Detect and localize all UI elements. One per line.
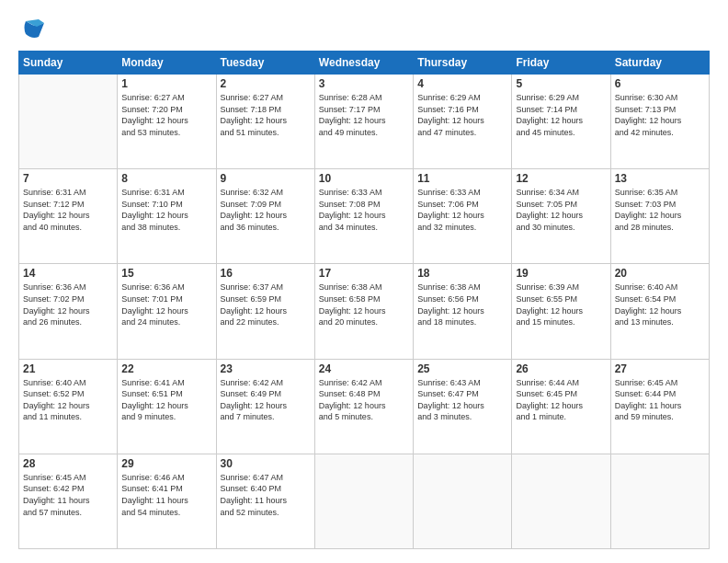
day-number: 20 bbox=[615, 267, 705, 280]
calendar-day-cell: 5Sunrise: 6:29 AM Sunset: 7:14 PM Daylig… bbox=[512, 75, 610, 169]
day-number: 13 bbox=[615, 172, 705, 185]
logo-icon bbox=[18, 14, 46, 41]
calendar-day-cell bbox=[610, 454, 709, 548]
day-info: Sunrise: 6:38 AM Sunset: 6:58 PM Dayligh… bbox=[319, 282, 409, 327]
day-number: 12 bbox=[516, 172, 606, 185]
day-info: Sunrise: 6:27 AM Sunset: 7:18 PM Dayligh… bbox=[221, 92, 311, 138]
calendar-table: SundayMondayTuesdayWednesdayThursdayFrid… bbox=[18, 51, 710, 549]
calendar-day-cell: 28Sunrise: 6:45 AM Sunset: 6:42 PM Dayli… bbox=[19, 454, 118, 548]
day-info: Sunrise: 6:30 AM Sunset: 7:13 PM Dayligh… bbox=[615, 92, 705, 138]
day-info: Sunrise: 6:38 AM Sunset: 6:56 PM Dayligh… bbox=[417, 282, 507, 327]
day-number: 15 bbox=[121, 267, 211, 280]
day-info: Sunrise: 6:33 AM Sunset: 7:06 PM Dayligh… bbox=[417, 187, 507, 233]
calendar-day-cell: 29Sunrise: 6:46 AM Sunset: 6:41 PM Dayli… bbox=[118, 454, 216, 548]
calendar-day-cell: 15Sunrise: 6:36 AM Sunset: 7:01 PM Dayli… bbox=[118, 264, 216, 359]
day-info: Sunrise: 6:28 AM Sunset: 7:17 PM Dayligh… bbox=[319, 92, 409, 138]
calendar-day-cell: 24Sunrise: 6:42 AM Sunset: 6:48 PM Dayli… bbox=[314, 359, 413, 454]
calendar-day-cell bbox=[19, 75, 118, 169]
day-number: 21 bbox=[23, 362, 113, 375]
day-info: Sunrise: 6:42 AM Sunset: 6:48 PM Dayligh… bbox=[319, 377, 409, 423]
calendar-day-cell: 22Sunrise: 6:41 AM Sunset: 6:51 PM Dayli… bbox=[118, 359, 216, 454]
day-info: Sunrise: 6:31 AM Sunset: 7:12 PM Dayligh… bbox=[23, 187, 113, 233]
day-number: 9 bbox=[221, 172, 311, 185]
calendar-day-cell: 9Sunrise: 6:32 AM Sunset: 7:09 PM Daylig… bbox=[216, 169, 314, 264]
day-number: 26 bbox=[516, 362, 606, 375]
calendar-week-row: 14Sunrise: 6:36 AM Sunset: 7:02 PM Dayli… bbox=[19, 264, 710, 359]
day-info: Sunrise: 6:35 AM Sunset: 7:03 PM Dayligh… bbox=[615, 187, 705, 233]
calendar-day-cell: 27Sunrise: 6:45 AM Sunset: 6:44 PM Dayli… bbox=[610, 359, 709, 454]
day-number: 18 bbox=[417, 267, 507, 280]
day-number: 27 bbox=[615, 362, 705, 375]
calendar-week-row: 7Sunrise: 6:31 AM Sunset: 7:12 PM Daylig… bbox=[19, 169, 710, 264]
day-number: 25 bbox=[417, 362, 507, 375]
day-info: Sunrise: 6:34 AM Sunset: 7:05 PM Dayligh… bbox=[516, 187, 606, 233]
day-number: 23 bbox=[221, 362, 311, 375]
day-info: Sunrise: 6:42 AM Sunset: 6:49 PM Dayligh… bbox=[221, 377, 311, 423]
day-info: Sunrise: 6:41 AM Sunset: 6:51 PM Dayligh… bbox=[121, 377, 211, 423]
calendar-day-cell: 25Sunrise: 6:43 AM Sunset: 6:47 PM Dayli… bbox=[414, 359, 512, 454]
day-number: 29 bbox=[121, 457, 211, 470]
day-number: 8 bbox=[121, 172, 211, 185]
calendar-day-cell: 10Sunrise: 6:33 AM Sunset: 7:08 PM Dayli… bbox=[314, 169, 413, 264]
day-info: Sunrise: 6:31 AM Sunset: 7:10 PM Dayligh… bbox=[121, 187, 211, 233]
calendar-day-cell bbox=[512, 454, 610, 548]
calendar-dow-friday: Friday bbox=[512, 52, 610, 75]
day-info: Sunrise: 6:32 AM Sunset: 7:09 PM Dayligh… bbox=[221, 187, 311, 233]
calendar-header-row: SundayMondayTuesdayWednesdayThursdayFrid… bbox=[19, 52, 710, 75]
day-number: 28 bbox=[23, 457, 113, 470]
calendar-day-cell: 4Sunrise: 6:29 AM Sunset: 7:16 PM Daylig… bbox=[414, 75, 512, 169]
calendar-dow-thursday: Thursday bbox=[414, 52, 512, 75]
calendar-day-cell: 8Sunrise: 6:31 AM Sunset: 7:10 PM Daylig… bbox=[118, 169, 216, 264]
calendar-day-cell: 12Sunrise: 6:34 AM Sunset: 7:05 PM Dayli… bbox=[512, 169, 610, 264]
calendar-day-cell: 7Sunrise: 6:31 AM Sunset: 7:12 PM Daylig… bbox=[19, 169, 118, 264]
calendar-week-row: 1Sunrise: 6:27 AM Sunset: 7:20 PM Daylig… bbox=[19, 75, 710, 169]
day-info: Sunrise: 6:37 AM Sunset: 6:59 PM Dayligh… bbox=[221, 282, 311, 327]
calendar-day-cell: 16Sunrise: 6:37 AM Sunset: 6:59 PM Dayli… bbox=[216, 264, 314, 359]
calendar-day-cell: 11Sunrise: 6:33 AM Sunset: 7:06 PM Dayli… bbox=[414, 169, 512, 264]
calendar-dow-wednesday: Wednesday bbox=[314, 52, 413, 75]
calendar-day-cell: 23Sunrise: 6:42 AM Sunset: 6:49 PM Dayli… bbox=[216, 359, 314, 454]
calendar-day-cell: 18Sunrise: 6:38 AM Sunset: 6:56 PM Dayli… bbox=[414, 264, 512, 359]
day-info: Sunrise: 6:36 AM Sunset: 7:01 PM Dayligh… bbox=[121, 282, 211, 327]
day-number: 2 bbox=[221, 77, 311, 90]
calendar-dow-tuesday: Tuesday bbox=[216, 52, 314, 75]
calendar-day-cell: 14Sunrise: 6:36 AM Sunset: 7:02 PM Dayli… bbox=[19, 264, 118, 359]
calendar-week-row: 28Sunrise: 6:45 AM Sunset: 6:42 PM Dayli… bbox=[19, 454, 710, 548]
day-number: 22 bbox=[121, 362, 211, 375]
day-info: Sunrise: 6:40 AM Sunset: 6:54 PM Dayligh… bbox=[615, 282, 705, 327]
calendar-day-cell bbox=[314, 454, 413, 548]
day-info: Sunrise: 6:45 AM Sunset: 6:42 PM Dayligh… bbox=[23, 472, 113, 518]
day-number: 5 bbox=[516, 77, 606, 90]
day-number: 11 bbox=[417, 172, 507, 185]
day-info: Sunrise: 6:39 AM Sunset: 6:55 PM Dayligh… bbox=[516, 282, 606, 327]
calendar-day-cell: 17Sunrise: 6:38 AM Sunset: 6:58 PM Dayli… bbox=[314, 264, 413, 359]
day-number: 10 bbox=[319, 172, 409, 185]
day-number: 30 bbox=[221, 457, 311, 470]
calendar-day-cell: 13Sunrise: 6:35 AM Sunset: 7:03 PM Dayli… bbox=[610, 169, 709, 264]
calendar-dow-monday: Monday bbox=[118, 52, 216, 75]
day-number: 4 bbox=[417, 77, 507, 90]
calendar-day-cell: 3Sunrise: 6:28 AM Sunset: 7:17 PM Daylig… bbox=[314, 75, 413, 169]
calendar-day-cell: 26Sunrise: 6:44 AM Sunset: 6:45 PM Dayli… bbox=[512, 359, 610, 454]
day-number: 19 bbox=[516, 267, 606, 280]
logo bbox=[18, 14, 50, 41]
day-info: Sunrise: 6:27 AM Sunset: 7:20 PM Dayligh… bbox=[121, 92, 211, 138]
day-info: Sunrise: 6:46 AM Sunset: 6:41 PM Dayligh… bbox=[121, 472, 211, 518]
calendar-day-cell: 2Sunrise: 6:27 AM Sunset: 7:18 PM Daylig… bbox=[216, 75, 314, 169]
calendar-dow-saturday: Saturday bbox=[610, 52, 709, 75]
calendar-day-cell: 6Sunrise: 6:30 AM Sunset: 7:13 PM Daylig… bbox=[610, 75, 709, 169]
calendar-week-row: 21Sunrise: 6:40 AM Sunset: 6:52 PM Dayli… bbox=[19, 359, 710, 454]
day-info: Sunrise: 6:33 AM Sunset: 7:08 PM Dayligh… bbox=[319, 187, 409, 233]
calendar-day-cell: 19Sunrise: 6:39 AM Sunset: 6:55 PM Dayli… bbox=[512, 264, 610, 359]
day-number: 6 bbox=[615, 77, 705, 90]
day-info: Sunrise: 6:43 AM Sunset: 6:47 PM Dayligh… bbox=[417, 377, 507, 423]
calendar-day-cell: 30Sunrise: 6:47 AM Sunset: 6:40 PM Dayli… bbox=[216, 454, 314, 548]
day-info: Sunrise: 6:47 AM Sunset: 6:40 PM Dayligh… bbox=[221, 472, 311, 518]
day-number: 7 bbox=[23, 172, 113, 185]
day-info: Sunrise: 6:45 AM Sunset: 6:44 PM Dayligh… bbox=[615, 377, 705, 423]
day-number: 1 bbox=[121, 77, 211, 90]
calendar-day-cell: 21Sunrise: 6:40 AM Sunset: 6:52 PM Dayli… bbox=[19, 359, 118, 454]
page: SundayMondayTuesdayWednesdayThursdayFrid… bbox=[0, 0, 728, 563]
day-info: Sunrise: 6:29 AM Sunset: 7:16 PM Dayligh… bbox=[417, 92, 507, 138]
calendar-day-cell: 1Sunrise: 6:27 AM Sunset: 7:20 PM Daylig… bbox=[118, 75, 216, 169]
